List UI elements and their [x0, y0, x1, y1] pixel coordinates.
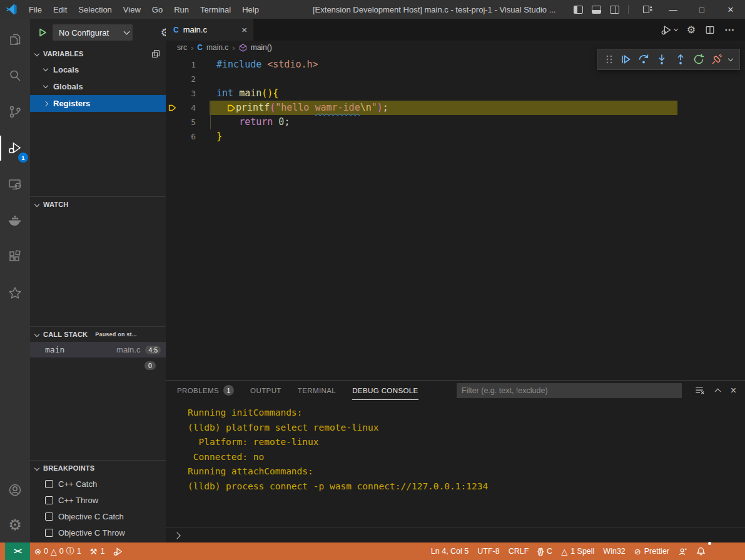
breakpoints-header[interactable]: BREAKPOINTS — [30, 461, 166, 476]
remote-indicator[interactable]: >< — [5, 542, 30, 560]
menu-help[interactable]: Help — [236, 0, 265, 19]
maximize-panel-icon[interactable] — [714, 389, 721, 395]
menu-go[interactable]: Go — [146, 0, 168, 19]
chevron-down-icon[interactable] — [728, 56, 733, 61]
activity-docker-icon[interactable] — [0, 202, 30, 239]
split-editor-icon[interactable] — [705, 25, 715, 35]
breakpoint-checkbox[interactable] — [45, 480, 53, 488]
panel-tab-terminal[interactable]: TERMINAL — [298, 381, 336, 400]
target-os-status[interactable]: Win32 — [599, 542, 629, 560]
maximize-button[interactable]: □ — [687, 0, 716, 19]
debug-status[interactable] — [109, 542, 127, 560]
activity-run-debug-icon[interactable]: 1 — [0, 130, 30, 166]
menu-bar: FileEditSelectionViewGoRunTerminalHelp — [23, 0, 265, 19]
breakpoint-swift-catch[interactable]: Swift Catch — [30, 541, 166, 542]
variables-header[interactable]: VARIABLES — [30, 46, 166, 61]
panel-tab-problems[interactable]: PROBLEMS1 — [177, 381, 234, 400]
breakpoint-checkbox[interactable] — [45, 512, 53, 521]
encoding-selector[interactable]: UTF-8 — [473, 542, 504, 560]
more-actions-icon[interactable]: ⋯ — [724, 24, 735, 36]
glyph-margin — [166, 58, 178, 72]
panel-tab-output[interactable]: OUTPUT — [250, 381, 281, 400]
breakpoint-checkbox[interactable] — [45, 529, 53, 537]
start-debug-icon[interactable] — [38, 28, 48, 38]
toolbar-drag-handle[interactable] — [605, 54, 614, 64]
activity-favorites-star-icon[interactable] — [0, 275, 30, 311]
spell-checker-status[interactable]: △ 1 Spell — [557, 542, 599, 560]
breadcrumb-symbol[interactable]: main() — [251, 43, 272, 52]
breakpoint-objective-c-throw[interactable]: Objective C Throw — [30, 524, 166, 541]
formatter-status[interactable]: ⊘ Prettier — [630, 542, 674, 560]
activity-explorer-icon[interactable] — [0, 21, 30, 58]
breakpoint-checkbox[interactable] — [45, 496, 53, 504]
toggle-sidebar-icon[interactable] — [574, 6, 583, 14]
code-line-4[interactable]: 4printf("hello wamr-ide\n"); — [166, 101, 745, 115]
tools-status[interactable]: ⚒ 1 — [86, 542, 109, 560]
restart-button[interactable] — [692, 53, 705, 66]
code-line-3[interactable]: 3int main(){ — [166, 86, 745, 101]
code-line-5[interactable]: 5 return 0; — [166, 115, 745, 129]
disconnect-button[interactable] — [711, 53, 723, 66]
code-editor[interactable]: 1#include <stdio.h>23int main(){4printf(… — [166, 54, 745, 380]
close-button[interactable]: ✕ — [716, 0, 745, 19]
breadcrumb-folder[interactable]: src — [177, 43, 187, 52]
debug-console-output[interactable]: Running initCommands:(lldb) platform sel… — [166, 400, 745, 528]
activity-search-icon[interactable] — [0, 58, 30, 94]
breakpoint-c-throw[interactable]: C++ Throw — [30, 492, 166, 508]
panel-tab-debug-console[interactable]: DEBUG CONSOLE — [352, 381, 418, 400]
activity-remote-explorer-icon[interactable] — [0, 166, 30, 202]
language-mode[interactable]: {̸} C — [533, 542, 557, 560]
variables-item-globals[interactable]: Globals — [30, 78, 166, 95]
activity-extensions-icon[interactable] — [0, 239, 30, 275]
stack-frame-row[interactable]: main main.c 4:5 — [30, 342, 166, 358]
minimize-button[interactable]: — — [659, 0, 687, 19]
launch-config-gear-icon[interactable]: ⚙ — [161, 26, 166, 39]
debug-console-input[interactable] — [166, 528, 745, 542]
call-stack-header[interactable]: CALL STACK Paused on st... — [30, 327, 166, 342]
chevron-right-icon — [43, 101, 48, 106]
variables-item-registers[interactable]: Registers — [30, 95, 166, 112]
clear-console-icon[interactable] — [694, 385, 705, 396]
menu-view[interactable]: View — [118, 0, 146, 19]
console-filter-input[interactable] — [457, 383, 682, 398]
tools-icon: ⚒ — [90, 547, 98, 556]
accounts-icon[interactable] — [0, 472, 30, 508]
menu-file[interactable]: File — [23, 0, 48, 19]
tab-close-icon[interactable]: × — [241, 24, 247, 35]
close-panel-icon[interactable]: × — [731, 385, 736, 396]
notifications-bell-icon[interactable] — [692, 542, 710, 560]
customize-layout-icon[interactable] — [642, 4, 652, 14]
debug-config-dropdown[interactable]: No Configurat — [53, 24, 133, 41]
menu-edit[interactable]: Edit — [48, 0, 73, 19]
step-into-button[interactable] — [656, 53, 668, 66]
watch-header[interactable]: WATCH — [30, 197, 166, 212]
feedback-person-icon[interactable] — [674, 542, 692, 560]
toggle-secondary-sidebar-icon[interactable] — [610, 6, 619, 14]
code-text: int main(){ — [196, 86, 278, 101]
circle-slash-icon: ⊘ — [634, 547, 641, 556]
copy-value-icon[interactable] — [151, 49, 161, 59]
continue-button[interactable] — [619, 53, 632, 66]
breakpoint-c-catch[interactable]: C++ Catch — [30, 476, 166, 492]
cursor-position[interactable]: Ln 4, Col 5 — [427, 542, 473, 560]
activity-source-control-icon[interactable] — [0, 94, 30, 130]
line-number: 1 — [178, 58, 196, 72]
menu-selection[interactable]: Selection — [73, 0, 117, 19]
editor-settings-gear-icon[interactable]: ⚙ — [687, 24, 696, 36]
step-out-button[interactable] — [674, 53, 687, 66]
problems-status[interactable]: ⊗ 0 △ 0 ⓘ 1 — [30, 546, 86, 557]
variables-item-locals[interactable]: Locals — [30, 61, 166, 78]
menu-run[interactable]: Run — [168, 0, 195, 19]
chevron-down-icon — [34, 466, 39, 471]
breadcrumb-file[interactable]: main.c — [206, 43, 228, 52]
step-over-button[interactable] — [637, 53, 650, 66]
tab-main-c[interactable]: C main.c × — [166, 19, 253, 41]
code-line-2[interactable]: 2 — [166, 72, 745, 86]
run-or-debug-button[interactable] — [661, 24, 677, 36]
code-line-6[interactable]: 6} — [166, 129, 745, 144]
eol-selector[interactable]: CRLF — [504, 542, 534, 560]
toggle-panel-icon[interactable] — [592, 6, 601, 14]
breakpoint-objective-c-catch[interactable]: Objective C Catch — [30, 508, 166, 524]
settings-gear-icon[interactable]: ⚙ — [0, 508, 30, 542]
menu-terminal[interactable]: Terminal — [195, 0, 236, 19]
